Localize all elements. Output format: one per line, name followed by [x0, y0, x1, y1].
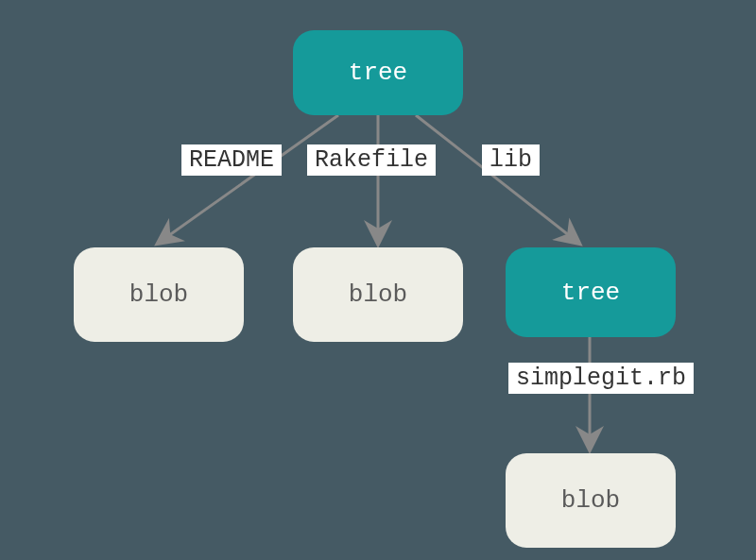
root-tree-label: tree [349, 59, 407, 87]
root-tree-node: tree [293, 30, 463, 115]
blob-node-readme: blob [74, 247, 244, 342]
edge-label-lib: lib [482, 144, 540, 176]
edge-label-readme: README [181, 144, 282, 176]
blob-label-3: blob [561, 486, 620, 515]
blob-label-2: blob [349, 280, 407, 309]
subtree-node: tree [506, 247, 676, 337]
edge-label-simplegit: simplegit.rb [508, 363, 694, 394]
svg-line-2 [416, 115, 578, 243]
blob-node-simplegit: blob [506, 453, 676, 548]
blob-node-rakefile: blob [293, 247, 463, 342]
svg-line-0 [159, 115, 338, 243]
blob-label-1: blob [129, 280, 188, 309]
edge-label-rakefile: Rakefile [307, 144, 436, 176]
subtree-label: tree [561, 279, 620, 307]
